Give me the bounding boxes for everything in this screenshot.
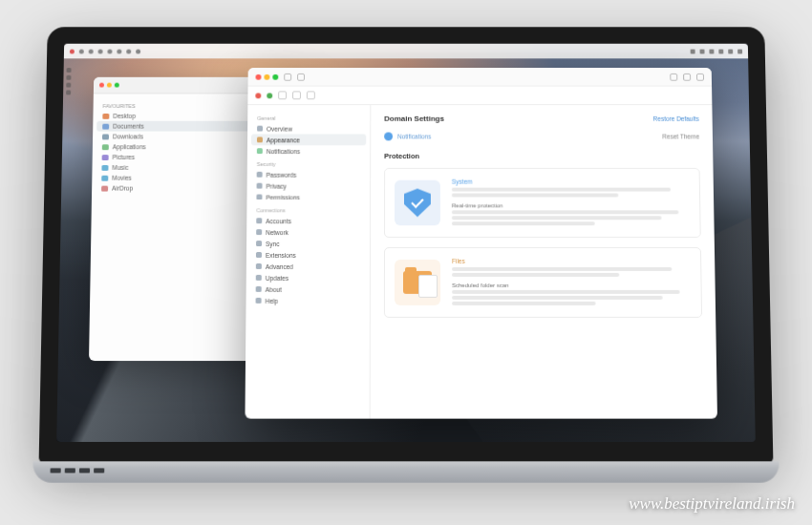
app-main-content: Domain Settings Restore Defaults Notific… <box>371 105 717 419</box>
sidebar-item[interactable]: Notifications <box>251 145 366 157</box>
menu-item[interactable] <box>136 49 140 53</box>
sidebar-group-heading: Security <box>251 157 366 169</box>
sidebar-item[interactable]: Updates <box>250 272 366 284</box>
tray-icon[interactable] <box>700 49 705 53</box>
tray-icon[interactable] <box>709 49 714 53</box>
app-toolbar <box>247 87 712 106</box>
section-title: Protection <box>384 152 699 160</box>
folder-icon <box>102 113 109 118</box>
battery-icon[interactable] <box>728 49 733 53</box>
sidebar-item[interactable]: Privacy <box>251 180 367 192</box>
sidebar-item[interactable]: Accounts <box>250 215 366 226</box>
toolbar-button[interactable] <box>278 91 287 99</box>
sidebar-item[interactable]: Passwords <box>251 169 367 180</box>
breadcrumb-icon <box>384 133 393 141</box>
restore-defaults-link[interactable]: Restore Defaults <box>653 116 699 122</box>
folder-icon <box>102 134 109 139</box>
card-icon <box>395 260 440 305</box>
card-body: FilesScheduled folder scan <box>452 258 692 307</box>
sidebar-item-label: Documents <box>113 123 144 130</box>
sidebar-item-icon <box>256 229 262 235</box>
menu-item[interactable] <box>98 49 103 53</box>
menu-item[interactable] <box>107 49 112 53</box>
toolbar-button[interactable] <box>307 91 315 99</box>
content-card[interactable]: FilesScheduled folder scan <box>384 247 702 318</box>
record-icon[interactable] <box>255 93 261 98</box>
breadcrumb-action[interactable]: Reset Theme <box>662 134 699 140</box>
close-button[interactable] <box>99 83 104 88</box>
folder-icon <box>102 123 109 129</box>
menu-item[interactable] <box>89 49 94 53</box>
share-button[interactable] <box>670 73 677 80</box>
sidebar-item-icon <box>257 136 263 142</box>
app-sidebar: GeneralOverviewAppearanceNotificationsSe… <box>245 105 371 419</box>
folder-icon <box>101 185 108 191</box>
sidebar-item-label: Updates <box>266 274 288 281</box>
sidebar-item[interactable]: Overview <box>251 123 366 135</box>
sidebar-item-label: Privacy <box>267 182 287 189</box>
zoom-button[interactable] <box>115 83 119 88</box>
sidebar-item[interactable]: About <box>250 284 366 295</box>
page-title: Domain Settings <box>384 115 444 123</box>
zoom-button[interactable] <box>272 74 278 79</box>
sidebar-item-label: AirDrop <box>112 185 133 192</box>
sidebar-item[interactable]: Extensions <box>250 249 366 261</box>
forward-button[interactable] <box>297 73 305 80</box>
sidebar-item-label: Movies <box>112 175 132 181</box>
tray-icon[interactable] <box>691 49 695 53</box>
screen: Favourites DesktopDocumentsDownloadsAppl… <box>56 44 756 442</box>
sidebar-item[interactable]: Permissions <box>250 192 366 203</box>
sidebar-item-label: About <box>266 285 282 292</box>
sidebar-item-label: Desktop <box>113 113 136 119</box>
minimize-button[interactable] <box>107 83 112 88</box>
sidebar-item[interactable]: Appearance <box>251 134 366 145</box>
menu-item[interactable] <box>79 49 84 53</box>
sidebar-item-icon <box>256 195 262 200</box>
sidebar-item[interactable]: Sync <box>250 238 366 249</box>
window-controls <box>99 83 119 88</box>
menu-item[interactable] <box>117 49 121 53</box>
apple-menu-icon[interactable] <box>70 49 75 53</box>
wifi-icon[interactable] <box>718 49 723 53</box>
sidebar-item-icon <box>257 126 263 132</box>
clock-icon[interactable] <box>737 49 742 53</box>
settings-window[interactable]: GeneralOverviewAppearanceNotificationsSe… <box>245 68 716 419</box>
sidebar-item-icon <box>257 172 263 178</box>
sidebar-item-icon <box>256 263 262 269</box>
sidebar-item[interactable]: Network <box>250 226 366 238</box>
search-button[interactable] <box>683 73 691 80</box>
sidebar-item-label: Downloads <box>113 134 143 140</box>
card-body: SystemReal-time protection <box>452 178 691 227</box>
back-button[interactable] <box>284 73 291 80</box>
minimize-button[interactable] <box>264 74 269 79</box>
breadcrumb-label[interactable]: Notifications <box>397 134 431 140</box>
sidebar-item-label: Passwords <box>267 171 297 178</box>
folder-icon <box>102 144 109 150</box>
content-card[interactable]: SystemReal-time protection <box>384 168 701 238</box>
sidebar-item-label: Notifications <box>267 148 300 155</box>
window-controls <box>256 74 279 79</box>
system-menubar <box>64 44 748 59</box>
sidebar-item-label: Music <box>112 164 128 171</box>
desktop-widgets <box>66 68 71 94</box>
screen-bezel: Favourites DesktopDocumentsDownloadsAppl… <box>39 27 774 463</box>
sidebar-item[interactable]: Help <box>250 295 366 306</box>
menu-item[interactable] <box>126 49 131 53</box>
card-title: System <box>452 178 690 185</box>
sidebar-item-label: Pictures <box>113 154 135 160</box>
sidebar-item-icon <box>256 252 262 258</box>
close-button[interactable] <box>256 74 262 79</box>
sidebar-item-label: Accounts <box>266 218 291 224</box>
sidebar-item[interactable]: Advanced <box>250 261 366 272</box>
sidebar-item-label: Advanced <box>266 262 293 269</box>
toolbar-button[interactable] <box>292 91 301 99</box>
card-subtitle: Scheduled folder scan <box>452 283 692 288</box>
card-title: Files <box>452 258 691 264</box>
sidebar-item-icon <box>256 286 262 292</box>
sidebar-item-icon <box>256 275 262 281</box>
folder-icon <box>101 164 108 170</box>
sidebar-group-heading: Connections <box>250 202 366 215</box>
folder-icon <box>102 155 109 160</box>
more-button[interactable] <box>696 73 704 80</box>
app-titlebar[interactable] <box>248 68 713 87</box>
